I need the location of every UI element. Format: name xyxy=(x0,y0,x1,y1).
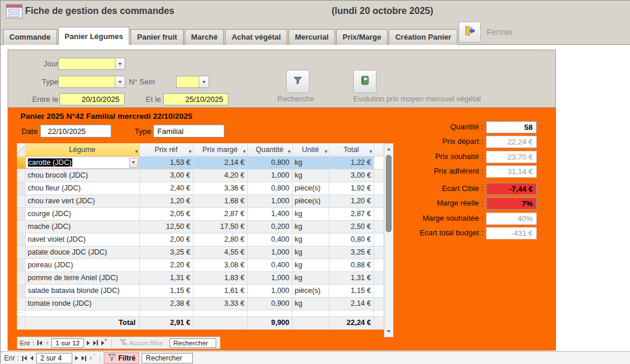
last-record-button[interactable] xyxy=(81,356,87,361)
cell[interactable]: 12,50 € xyxy=(139,220,193,233)
scroll-up-icon[interactable] xyxy=(385,145,393,153)
cell[interactable]: 1,92 € xyxy=(329,182,374,195)
chevron-down-icon[interactable] xyxy=(199,76,209,87)
no-filter-button[interactable]: Aucun filtre xyxy=(115,338,167,348)
cell[interactable]: 1,53 € xyxy=(139,156,193,169)
table-scrollbar[interactable] xyxy=(384,143,393,337)
previous-record-button[interactable] xyxy=(45,341,49,345)
record-selector[interactable] xyxy=(17,220,25,233)
record-selector[interactable] xyxy=(17,271,25,284)
scrollbar-thumb[interactable] xyxy=(386,155,392,232)
cell[interactable]: pièce(s) xyxy=(292,182,329,195)
record-selector[interactable] xyxy=(17,156,25,169)
cell[interactable]: chou brocoli (JDC) xyxy=(25,169,139,182)
cell[interactable]: 1,400 xyxy=(247,207,292,220)
column-header-unit-[interactable]: Unité xyxy=(292,143,329,156)
column-filter-arrow-icon[interactable] xyxy=(243,146,246,156)
combo-dropdown-button[interactable] xyxy=(129,158,138,168)
cell[interactable]: 1,61 € xyxy=(193,284,247,297)
filtered-button[interactable]: Filtré xyxy=(104,352,139,364)
cell[interactable]: 0,400 xyxy=(247,233,292,246)
close-form-button[interactable] xyxy=(459,22,481,43)
record-selector[interactable] xyxy=(17,284,25,297)
recherche-button[interactable] xyxy=(286,70,309,93)
cell[interactable]: tomate ronde (JDC) xyxy=(25,297,139,310)
record-selector[interactable] xyxy=(17,182,25,195)
cell[interactable]: 2,87 € xyxy=(329,207,374,220)
cell[interactable]: kg xyxy=(292,207,329,220)
cell[interactable]: 1,000 xyxy=(247,284,292,297)
cell[interactable]: 2,87 € xyxy=(193,207,247,220)
tab-cr-ation-panier[interactable]: Création Panier xyxy=(389,29,457,45)
cell[interactable]: 2,80 € xyxy=(193,233,247,246)
cell[interactable]: 2,40 € xyxy=(139,182,193,195)
cell[interactable]: 2,00 € xyxy=(139,233,193,246)
column-filter-arrow-icon[interactable] xyxy=(369,146,372,156)
legume-editor-cell[interactable]: carotte (JDC) xyxy=(25,156,139,169)
tab-commande[interactable]: Commande xyxy=(3,29,57,45)
cell[interactable]: chou rave vert (JDC) xyxy=(25,195,139,207)
type-combo[interactable] xyxy=(58,76,125,88)
cell[interactable]: patate douce JDC (JDC) xyxy=(25,246,139,259)
column-header-quantit-[interactable]: Quantité xyxy=(247,143,292,156)
date-debut-field[interactable]: 20/10/2025 xyxy=(59,93,125,105)
column-filter-arrow-icon[interactable] xyxy=(325,146,328,156)
next-record-button[interactable] xyxy=(86,341,90,345)
cell[interactable]: 17,50 € xyxy=(193,220,247,233)
cell[interactable]: 0,800 xyxy=(247,156,292,169)
cell[interactable]: pièce(s) xyxy=(292,195,329,207)
cell[interactable]: 1,000 xyxy=(247,246,292,259)
cell[interactable]: navet violet (JDC) xyxy=(25,233,139,246)
cell[interactable]: 2,14 € xyxy=(193,156,247,169)
record-selector[interactable] xyxy=(17,246,25,259)
cell[interactable]: 3,25 € xyxy=(139,246,193,259)
select-all-corner[interactable] xyxy=(17,143,25,156)
cell[interactable]: 3,33 € xyxy=(193,297,247,310)
tab-panier-fruit[interactable]: Panier fruit xyxy=(131,29,184,45)
cell[interactable]: 1,20 € xyxy=(329,195,374,207)
new-record-button[interactable]: * xyxy=(101,339,108,347)
cell[interactable]: 1,68 € xyxy=(193,195,247,207)
cell[interactable]: 3,00 € xyxy=(139,169,193,182)
search-box[interactable]: Rechercher xyxy=(142,353,193,363)
cell[interactable]: pièce(s) xyxy=(292,284,329,297)
first-record-button[interactable] xyxy=(37,340,43,345)
new-record-selector[interactable] xyxy=(17,310,25,316)
column-filter-arrow-icon[interactable] xyxy=(288,146,291,156)
column-header-l-gume[interactable]: Légume xyxy=(25,143,139,156)
panier-type-field[interactable]: Familial xyxy=(153,125,224,137)
column-header-total[interactable]: Total xyxy=(329,143,374,156)
cell[interactable]: 1,31 € xyxy=(139,271,193,284)
record-selector[interactable] xyxy=(17,233,25,246)
last-record-button[interactable] xyxy=(93,340,98,345)
column-header-prix-r-f[interactable]: Prix réf xyxy=(139,143,193,156)
cell[interactable]: pomme de terre Aniel (JDC) xyxy=(25,271,139,284)
cell[interactable]: kg xyxy=(292,271,329,284)
scroll-down-icon[interactable] xyxy=(385,327,393,335)
cell[interactable]: kg xyxy=(292,246,329,259)
new-record-button[interactable]: * xyxy=(89,354,96,362)
cell[interactable]: 0,88 € xyxy=(329,259,374,271)
cell[interactable]: 4,20 € xyxy=(193,169,247,182)
cell[interactable]: mache (JDC) xyxy=(25,220,139,233)
evolution-button[interactable] xyxy=(353,70,376,93)
cell[interactable]: 0,200 xyxy=(247,220,292,233)
cell[interactable]: kg xyxy=(292,220,329,233)
column-filter-arrow-icon[interactable] xyxy=(135,146,138,156)
record-position[interactable]: 1 sur 12 xyxy=(51,338,84,348)
cell[interactable]: 2,20 € xyxy=(139,259,193,271)
cell[interactable]: 1,000 xyxy=(247,271,292,284)
tab-achat-v-g-tal[interactable]: Achat végétal xyxy=(225,29,287,45)
cell[interactable]: kg xyxy=(292,156,329,169)
cell[interactable]: 1,20 € xyxy=(139,195,193,207)
record-selector[interactable] xyxy=(17,259,25,271)
cell[interactable]: kg xyxy=(292,297,329,310)
record-selector[interactable] xyxy=(17,207,25,220)
cell[interactable]: 0,400 xyxy=(247,259,292,271)
cell[interactable]: 2,38 € xyxy=(139,297,193,310)
cell[interactable]: 3,00 € xyxy=(329,169,374,182)
tab-march-[interactable]: Marché xyxy=(185,29,224,45)
record-selector[interactable] xyxy=(17,297,25,310)
cell[interactable]: 3,36 € xyxy=(193,182,247,195)
num-semaine-combo[interactable] xyxy=(176,76,209,88)
